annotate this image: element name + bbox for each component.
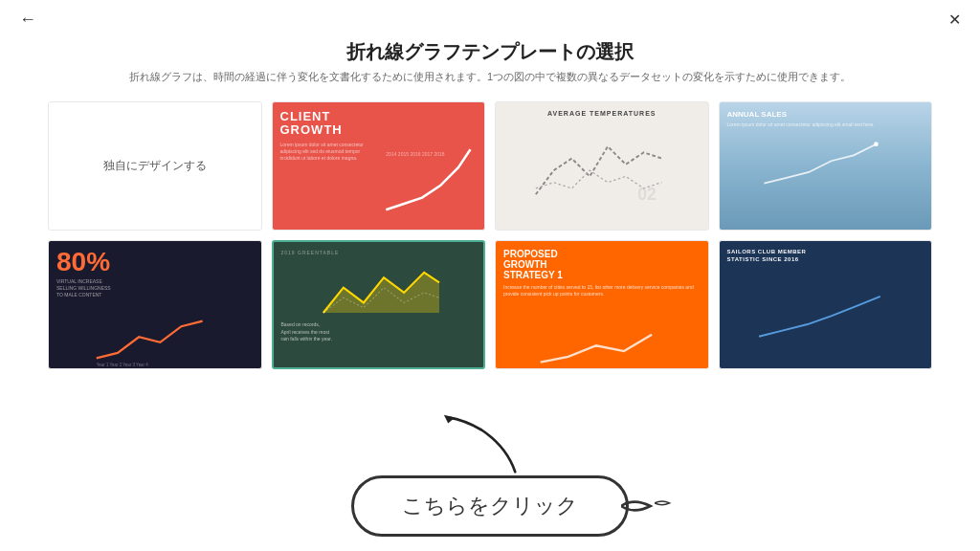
proposed-growth-text: Increase the number of cities served to …: [503, 284, 701, 298]
template-card-avg-temp[interactable]: AVERAGE TEMPERATURES 02: [495, 101, 709, 231]
eighty-percent-text: VIRTUAL INCREASESELLING WILLINGNESSTO MA…: [56, 278, 254, 298]
template-card-client-growth[interactable]: CLIENTGROWTH Lorem ipsum dolor sit amet …: [272, 101, 486, 231]
page-header: 折れ線グラフテンプレートの選択 折れ線グラフは、時間の経過に伴う変化を文書化する…: [0, 39, 980, 92]
rainfall-top-label: 2019 GREENTABLE: [281, 250, 477, 255]
eighty-percent-label: 80%: [56, 249, 254, 276]
template-card-blank[interactable]: 独自にデザインする: [48, 101, 262, 231]
top-bar: ← ✕: [0, 0, 980, 39]
svg-text:2014 2015 2016 2017 2018: 2014 2015 2016 2017 2018: [387, 150, 446, 156]
client-growth-text: Lorem ipsum dolor sit amet consectetur a…: [280, 142, 377, 218]
template-card-sailors-club[interactable]: SAILORS CLUB MEMBERSTATISTIC SINCE 2016 …: [719, 240, 933, 369]
client-growth-chart: 2014 2015 2016 2017 2018: [380, 142, 477, 218]
template-grid: 独自にデザインする CLIENTGROWTH Lorem ipsum dolor…: [0, 92, 980, 379]
proposed-growth-title: PROPOSEDGROWTHSTRATEGY 1: [503, 249, 701, 280]
bubble-text: こちらをクリック: [402, 494, 578, 518]
page-title: 折れ線グラフテンプレートの選択: [0, 39, 980, 65]
blank-card-label: 独自にデザインする: [103, 158, 207, 174]
template-card-rainfall[interactable]: 2019 GREENTABLE Based on records,April r…: [272, 240, 486, 369]
close-button[interactable]: ✕: [948, 11, 961, 29]
avg-temp-title: AVERAGE TEMPERATURES: [503, 110, 701, 117]
svg-point-2: [874, 142, 879, 146]
bubble-tail-2: [655, 496, 679, 516]
template-card-proposed-growth[interactable]: PROPOSEDGROWTHSTRATEGY 1 Increase the nu…: [495, 240, 709, 369]
rainfall-body-text: Based on records,April receives the most…: [281, 321, 477, 343]
bubble-tail: [621, 492, 655, 520]
sailors-club-title: SAILORS CLUB MEMBERSTATISTIC SINCE 2016: [727, 249, 924, 264]
svg-text:Year 1  Year 2  Year 3  Year 4: Year 1 Year 2 Year 3 Year 4: [97, 363, 148, 367]
annual-sales-text: Lorem ipsum dolor sit amet consectetur a…: [727, 121, 924, 128]
client-growth-title: CLIENTGROWTH: [280, 110, 478, 138]
page-subtitle: 折れ線グラフは、時間の経過に伴う変化を文書化するために使用されます。1つの図の中…: [0, 70, 980, 84]
back-button[interactable]: ←: [19, 10, 36, 30]
svg-text:02: 02: [637, 185, 657, 204]
template-card-80percent[interactable]: 80% VIRTUAL INCREASESELLING WILLINGNESST…: [48, 240, 262, 369]
annotation-arrow: [356, 413, 624, 480]
speech-bubble: こちらをクリック: [351, 475, 629, 537]
template-card-annual-sales[interactable]: ANNUAL SALES Lorem ipsum dolor sit amet …: [719, 101, 933, 231]
annual-sales-title: ANNUAL SALES: [727, 110, 924, 119]
